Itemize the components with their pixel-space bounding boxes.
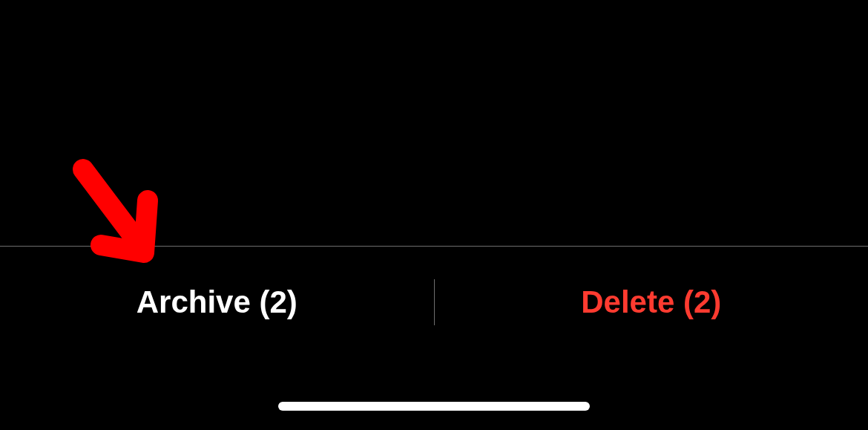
svg-line-0 bbox=[83, 169, 140, 245]
bottom-toolbar: Archive (2) Delete (2) bbox=[0, 246, 868, 357]
delete-button[interactable]: Delete (2) bbox=[435, 284, 869, 320]
archive-button[interactable]: Archive (2) bbox=[0, 284, 434, 320]
home-indicator[interactable] bbox=[278, 402, 590, 411]
